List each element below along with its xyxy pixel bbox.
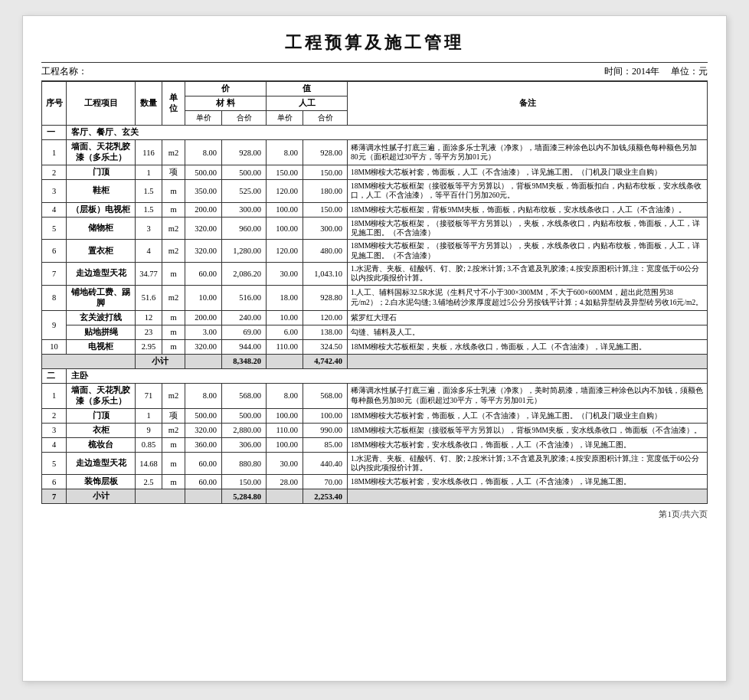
table-row: 1 墙面、天花乳胶漆（多乐土） 71 m2 8.00 568.00 8.00 5… (42, 383, 708, 408)
table-row: 1 墙面、天花乳胶漆（多乐土） 116 m2 8.00 928.00 8.00 … (42, 140, 708, 165)
section-header-1: 一 客厅、餐厅、玄关 (42, 126, 708, 140)
table-row: 7 走边造型天花 34.77 m 60.00 2,086.20 30.00 1,… (42, 263, 708, 286)
table-row: 5 储物柜 3 m2 320.00 960.00 100.00 300.00 1… (42, 217, 708, 240)
th-material: 材 料 (185, 96, 267, 111)
th-mat-unit: 单价 (185, 111, 222, 126)
subtotal-row-1: 小计 8,348.20 4,742.40 (42, 354, 708, 368)
th-qty: 数量 (136, 82, 162, 126)
th-unit: 单位 (162, 82, 185, 126)
th-mat-total: 合价 (222, 111, 267, 126)
table-row: 6 装饰层板 2.5 m 60.00 150.00 28.00 70.00 18… (42, 475, 708, 489)
section-1-name: 客厅、餐厅、玄关 (67, 126, 708, 140)
th-labor-group: 值 (267, 82, 348, 96)
th-labor-unit: 单价 (267, 111, 303, 126)
table-row: 6 置衣柜 4 m2 320.00 1,280.00 120.00 480.00… (42, 240, 708, 263)
table-row: 3 鞋柜 1.5 m 350.00 525.00 120.00 180.00 1… (42, 180, 708, 203)
section-header-2: 二 主卧 (42, 368, 708, 383)
th-labor-total: 合价 (303, 111, 348, 126)
main-title: 工程预算及施工管理 (41, 31, 708, 54)
table-row: 贴地拼绳 23 m 3.00 69.00 6.00 138.00 勾缝、辅料及人… (42, 325, 708, 339)
page-number: 第1页/共六页 (41, 509, 708, 520)
page: 工程预算及施工管理 工程名称： 时间：2014年 单位：元 序号 工程项目 数量… (22, 15, 727, 682)
main-table: 序号 工程项目 数量 单位 价 值 备注 材 料 人工 单价 合价 单价 合价 (41, 81, 708, 504)
table-row: 9 玄关波打线 12 m 200.00 240.00 10.00 120.00 … (42, 310, 708, 325)
section-2-name: 主卧 (67, 368, 708, 383)
table-header-row-1: 序号 工程项目 数量 单位 价 值 备注 (42, 82, 708, 96)
th-labor: 人工 (267, 96, 348, 111)
table-row: 3 衣柜 9 m2 320.00 2,880.00 110.00 990.00 … (42, 423, 708, 437)
table-row: 4 （层板）电视柜 1.5 m 200.00 300.00 100.00 150… (42, 202, 708, 217)
table-row: 5 走边造型天花 14.68 m 60.00 880.80 30.00 440.… (42, 452, 708, 475)
time-unit-label: 时间：2014年 单位：元 (604, 65, 708, 78)
th-material-group: 价 (185, 82, 267, 96)
project-label: 工程名称： (41, 65, 87, 78)
table-row: 8 铺地砖工费、踢脚 51.6 m2 10.00 516.00 18.00 92… (42, 285, 708, 310)
th-project: 工程项目 (67, 82, 136, 126)
table-row: 10 电视柜 2.95 m 320.00 944.00 110.00 324.5… (42, 339, 708, 354)
table-row: 2 门顶 1 项 500.00 500.00 100.00 100.00 18M… (42, 408, 708, 423)
table-row: 2 门顶 1 项 500.00 500.00 150.00 150.00 18M… (42, 165, 708, 180)
th-seq: 序号 (42, 82, 67, 126)
table-row: 4 梳妆台 0.85 m 360.00 306.00 100.00 85.00 … (42, 437, 708, 452)
subtotal-row-2: 7 小计 5,284.80 2,253.40 (42, 489, 708, 504)
info-row: 工程名称： 时间：2014年 单位：元 (41, 62, 708, 81)
th-remark: 备注 (348, 82, 708, 126)
